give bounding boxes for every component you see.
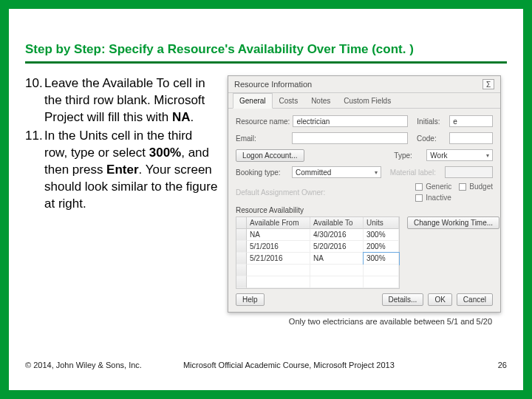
table-row[interactable]: 5/1/2016 5/20/2016 200% xyxy=(236,241,399,253)
chevron-down-icon: ▾ xyxy=(375,169,378,176)
label-initials: Initials: xyxy=(417,117,446,126)
tab-custom-fields[interactable]: Custom Fields xyxy=(337,93,398,108)
email-field[interactable] xyxy=(292,132,408,144)
material-field xyxy=(445,166,493,178)
col-units: Units xyxy=(364,217,399,229)
generic-checkbox[interactable]: Generic xyxy=(415,183,451,191)
step-number: 10. xyxy=(25,75,44,126)
step-number: 11. xyxy=(25,128,44,213)
tab-notes[interactable]: Notes xyxy=(304,93,337,108)
step-text: In the Units cell in the third row, type… xyxy=(44,128,219,213)
help-button[interactable]: Help xyxy=(236,293,265,306)
logon-account-button[interactable]: Logon Account... xyxy=(236,149,304,162)
type-dropdown[interactable]: Work▾ xyxy=(426,149,493,161)
budget-checkbox[interactable]: Budget xyxy=(459,183,493,191)
code-field[interactable] xyxy=(449,132,493,144)
availability-table[interactable]: Available From Available To Units NA 4/3… xyxy=(236,216,400,289)
label-material: Material label: xyxy=(390,168,442,177)
details-button[interactable]: Details... xyxy=(382,293,424,306)
table-row[interactable] xyxy=(236,265,399,276)
step-text: Leave the Available To cell in the third… xyxy=(44,75,219,126)
chevron-down-icon: ▾ xyxy=(486,152,489,159)
table-row[interactable] xyxy=(236,276,399,288)
tab-general[interactable]: General xyxy=(233,93,273,109)
col-available-to: Available To xyxy=(310,217,364,229)
initials-field[interactable]: e xyxy=(449,115,493,127)
tab-costs[interactable]: Costs xyxy=(273,93,305,108)
cancel-button[interactable]: Cancel xyxy=(457,293,493,306)
col-available-from: Available From xyxy=(247,217,310,229)
dialog-title: Resource Information xyxy=(234,80,312,89)
resource-name-field[interactable]: electrician xyxy=(293,115,408,127)
slide-heading: Step by Step: Specify a Resource's Avail… xyxy=(25,42,507,64)
label-email: Email: xyxy=(236,134,289,143)
table-row[interactable]: 5/21/2016 NA 300% xyxy=(236,253,399,265)
ok-button[interactable]: OK xyxy=(428,293,451,306)
booking-dropdown[interactable]: Committed▾ xyxy=(292,166,381,178)
page-number: 26 xyxy=(498,361,507,369)
table-row[interactable]: NA 4/30/2016 300% xyxy=(236,229,399,241)
sigma-icon[interactable]: Σ xyxy=(482,79,494,89)
label-booking-type: Booking type: xyxy=(236,168,289,177)
step-list: 10. Leave the Available To cell in the t… xyxy=(25,75,219,326)
resource-information-dialog: Resource Information Σ General Costs Not… xyxy=(228,75,501,313)
inactive-checkbox[interactable]: Inactive xyxy=(415,194,451,202)
label-code: Code: xyxy=(417,134,446,143)
label-type: Type: xyxy=(394,151,423,160)
label-resource-name: Resource name: xyxy=(236,117,290,126)
dialog-tabs: General Costs Notes Custom Fields xyxy=(228,93,500,109)
section-resource-availability: Resource Availability xyxy=(236,206,493,214)
label-default-owner: Default Assignment Owner: xyxy=(236,188,339,197)
course-name: Microsoft Official Academic Course, Micr… xyxy=(183,361,395,369)
figure-caption: Only two electricians are available betw… xyxy=(289,317,492,326)
copyright: © 2014, John Wiley & Sons, Inc. xyxy=(25,361,142,369)
change-working-time-button[interactable]: Change Working Time... xyxy=(407,216,499,229)
